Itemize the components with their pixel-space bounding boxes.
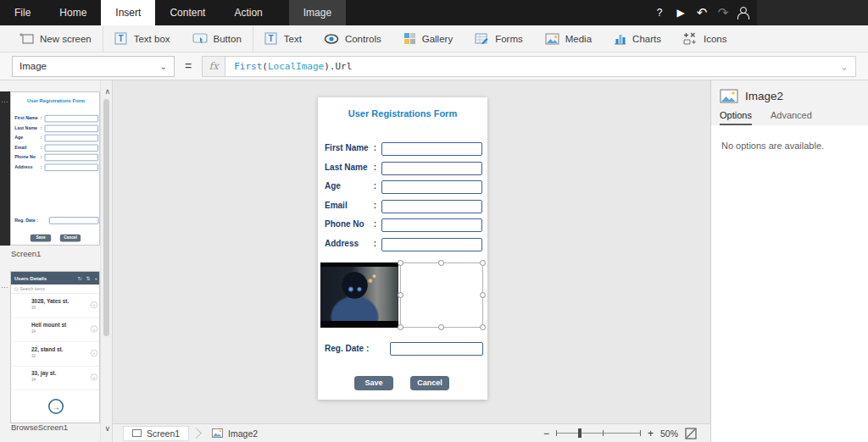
scrollbar-thumb[interactable] [103, 99, 109, 336]
last-name-label[interactable]: Last Name: [325, 163, 376, 172]
property-selected-value: Image [19, 61, 47, 71]
resize-handle[interactable] [480, 292, 486, 298]
age-input[interactable] [381, 180, 482, 194]
field-colon: : [374, 219, 376, 229]
fit-to-window-icon[interactable] [685, 428, 697, 439]
tab-image-contextual[interactable]: Image [289, 0, 346, 25]
webcam-photo-image1[interactable] [320, 262, 398, 328]
controls-button[interactable]: Controls [313, 25, 392, 52]
design-canvas[interactable]: User Registrations Form First Name: Last… [113, 80, 710, 423]
equals-sign: = [185, 59, 192, 73]
screen-icon [132, 429, 142, 437]
tab-file[interactable]: File [0, 0, 45, 25]
email-input [45, 145, 98, 152]
selected-control-name: Image2 [745, 90, 783, 102]
field-label: Phone No [14, 154, 36, 159]
resize-handle[interactable] [398, 324, 403, 330]
phone-no-input[interactable] [381, 218, 482, 232]
cancel-button: Cancel [60, 235, 81, 242]
field-colon: : [374, 239, 376, 248]
first-name-label[interactable]: First Name: [325, 143, 376, 152]
screens-scrollbar[interactable]: ∧ ∨ [100, 80, 112, 442]
field-colon: : [374, 181, 376, 191]
image2-selected-control[interactable] [400, 262, 483, 328]
tab-content[interactable]: Content [155, 0, 220, 25]
resize-handle[interactable] [438, 324, 444, 330]
reg-date-input[interactable] [390, 342, 483, 356]
screen1-label[interactable]: Screen1 [11, 249, 41, 258]
text-button[interactable]: T Text [253, 25, 313, 52]
zoom-slider-thumb[interactable] [578, 428, 581, 438]
tab-insert[interactable]: Insert [101, 0, 155, 25]
add-icon: + [94, 275, 97, 281]
formula-paren: ) [324, 61, 330, 72]
formula-suffix: .Url [330, 61, 353, 72]
preview-play-icon[interactable]: ▶ [674, 7, 687, 19]
chevron-right-icon: › [91, 326, 97, 333]
more-options-icon[interactable]: ⋯ [1, 284, 7, 291]
zoom-in-button[interactable]: + [648, 428, 654, 439]
save-button[interactable]: Save [354, 376, 393, 390]
screens-panel: ⋯ User Registrations Form First Name: La… [0, 80, 113, 442]
undo-icon[interactable]: ↶ [695, 5, 709, 20]
screen1-thumbnail[interactable]: User Registrations Form First Name: Last… [10, 91, 100, 246]
icons-button[interactable]: Icons [672, 25, 738, 52]
item-subtitle: 34 [31, 329, 100, 334]
help-icon[interactable]: ? [653, 7, 666, 19]
email-label[interactable]: Email: [325, 201, 376, 210]
first-name-input[interactable] [381, 142, 482, 156]
more-options-icon[interactable]: ⋯ [1, 98, 7, 106]
gallery-button[interactable]: Gallery [392, 25, 464, 52]
browsescreen1-label[interactable]: BrowseScreen1 [11, 423, 68, 432]
resize-handle[interactable] [398, 292, 403, 298]
resize-handle[interactable] [480, 324, 486, 330]
address-label[interactable]: Address: [325, 239, 376, 248]
field-label: Address [14, 164, 32, 169]
age-label[interactable]: Age: [325, 181, 376, 191]
property-dropdown[interactable]: Image ⌄ [12, 56, 175, 77]
tab-home[interactable]: Home [45, 0, 101, 25]
reg-date-label: Reg. Date : [14, 218, 38, 223]
field-colon: : [41, 125, 42, 130]
last-name-input[interactable] [381, 162, 482, 175]
phone-no-label[interactable]: Phone No: [325, 219, 376, 229]
screen1-preview: User Registrations Form First Name: Last… [11, 92, 100, 246]
resize-handle[interactable] [398, 260, 403, 266]
tab-options[interactable]: Options [720, 110, 752, 125]
screen1-canvas[interactable]: User Registrations Form First Name: Last… [318, 97, 487, 400]
ribbon-label: Text [284, 34, 302, 44]
status-bar: Screen1 Image2 − + 50% [113, 423, 710, 442]
zoom-out-button[interactable]: − [543, 428, 549, 439]
redo-icon[interactable]: ↷ [716, 5, 730, 20]
text-box-button[interactable]: T Text box [103, 25, 181, 52]
button-control-button[interactable]: Button [181, 25, 253, 52]
zoom-level-value: 50% [660, 428, 678, 439]
scroll-down-icon[interactable]: ∨ [104, 424, 110, 433]
tab-action[interactable]: Action [220, 0, 276, 25]
resize-handle[interactable] [438, 260, 444, 266]
save-button: Save [31, 235, 51, 242]
forms-button[interactable]: Forms [464, 25, 534, 52]
field-colon: : [41, 116, 42, 121]
formula-input[interactable]: First(LocalImage).Url ⌄ [225, 56, 856, 77]
resize-handle[interactable] [480, 260, 486, 266]
last-name-input [45, 125, 98, 132]
browsescreen1-thumbnail[interactable]: Users Details ↻ ⇅ + Search items 3028, Y… [10, 271, 100, 423]
formula-expand-icon[interactable]: ⌄ [842, 62, 847, 71]
share-user-icon[interactable] [737, 7, 749, 19]
ribbon-label: New screen [40, 34, 92, 44]
cancel-button[interactable]: Cancel [410, 376, 449, 390]
charts-button[interactable]: Charts [603, 25, 672, 52]
new-screen-button[interactable]: New screen [8, 25, 103, 52]
media-button[interactable]: Media [534, 25, 603, 52]
reg-date-label[interactable]: Reg. Date : [325, 344, 369, 353]
breadcrumb-screen1[interactable]: Screen1 [123, 426, 189, 441]
zoom-slider[interactable] [556, 428, 641, 438]
tab-advanced[interactable]: Advanced [771, 110, 812, 125]
properties-tabs: Options Advanced [720, 110, 812, 125]
scroll-up-icon[interactable]: ∧ [104, 87, 110, 96]
email-input[interactable] [381, 200, 482, 213]
breadcrumb-image2[interactable]: Image2 [207, 428, 263, 439]
address-input[interactable] [381, 238, 482, 251]
form-title[interactable]: User Registrations Form [318, 108, 487, 119]
